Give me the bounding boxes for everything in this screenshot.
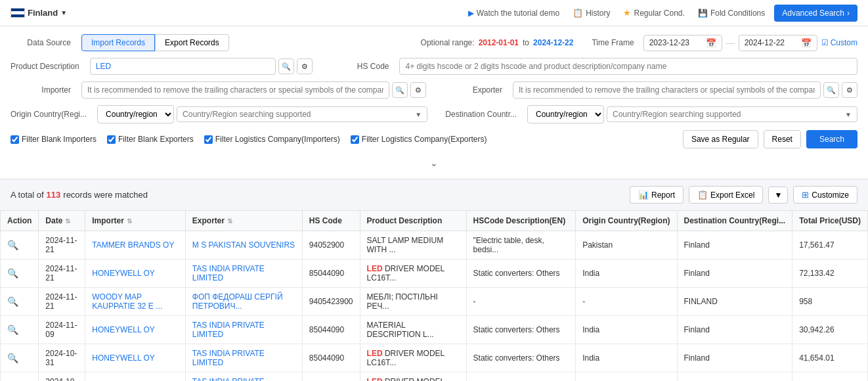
cell-total-price: 17,561.47 (792, 231, 868, 259)
product-desc-field: 🔍 ⚙ (90, 58, 313, 75)
regular-cond-link[interactable]: ★ Regular Cond. (619, 5, 688, 20)
row-search-icon[interactable]: 🔍 (7, 296, 18, 307)
custom-icon: ☑ (821, 38, 829, 47)
cell-total-price: 36,237.89 (792, 372, 868, 382)
datasource-label: Data Source (11, 38, 76, 47)
row-search-icon[interactable]: 🔍 (7, 268, 18, 279)
exporter-search-icon[interactable]: 🔍 (823, 82, 839, 98)
exporter-settings-icon[interactable]: ⚙ (842, 82, 857, 98)
cell-dest-country: Finland (677, 316, 792, 344)
import-records-button[interactable]: Import Records (81, 34, 155, 51)
history-icon: 📋 (573, 8, 583, 18)
calendar-icon: 📅 (706, 38, 716, 48)
fold-conditions-link[interactable]: 💾 Fold Conditions (694, 6, 769, 20)
importer-input[interactable] (81, 81, 389, 99)
timeframe-end-input[interactable]: 2024-12-22 📅 (739, 35, 817, 51)
cell-importer[interactable]: HONEYWELL OY (85, 259, 186, 288)
export-records-button[interactable]: Export Records (155, 34, 229, 51)
table-row: 🔍2024-10-28HONEYWELL OYTAS INDIA PRIVATE… (1, 372, 868, 382)
cell-importer[interactable]: HONEYWELL OY (85, 372, 186, 382)
col-date[interactable]: Date⇅ (39, 211, 85, 231)
cell-exporter[interactable]: TAS INDIA PRIVATE LIMITED (185, 259, 302, 288)
timeframe-label: Time Frame (592, 38, 639, 47)
date-sort-icon: ⇅ (65, 217, 70, 225)
origin-country-label: Origin Country(Regi... (11, 110, 92, 119)
cell-origin-country: India (576, 316, 677, 344)
topbar-right: ▶ Watch the tutorial demo 📋 History ★ Re… (464, 5, 857, 22)
importer-search-icon[interactable]: 🔍 (392, 82, 408, 98)
col-importer[interactable]: Importer⇅ (85, 211, 186, 231)
origin-country-select-wrap: Country/region ▼ (97, 105, 427, 123)
cell-hscode: 85044090 (302, 316, 360, 344)
product-desc-search-icon[interactable]: 🔍 (278, 58, 294, 74)
report-button[interactable]: 📊 Report (630, 186, 684, 204)
cell-importer[interactable]: WOODY MAP KAUPPATIE 32 E ... (85, 288, 186, 316)
dest-country-search-input[interactable] (613, 110, 845, 119)
row-search-icon[interactable]: 🔍 (7, 353, 18, 363)
timeframe-start-input[interactable]: 2023-12-23 📅 (643, 35, 722, 51)
importer-settings-icon[interactable]: ⚙ (410, 82, 426, 98)
origin-country-search-wrap: ▼ (177, 106, 427, 122)
dest-country-search-wrap: ▼ (607, 106, 857, 122)
filter-blank-importers-checkbox[interactable]: Filter Blank Importers (11, 135, 97, 144)
cell-exporter[interactable]: ФОП ФЕДОРАШ СЕРГІЙ ПЕТРОВИЧ... (185, 288, 302, 316)
save-regular-button[interactable]: Save as Regular (683, 130, 758, 148)
export-dropdown-button[interactable]: ▼ (768, 187, 788, 204)
dest-country-select-wrap: Country/region ▼ (527, 105, 857, 123)
col-hscode-desc: HSCode Description(EN) (466, 211, 576, 231)
filter-blank-exporters-checkbox[interactable]: Filter Blank Exporters (107, 135, 194, 144)
filter-logistics-exporters-checkbox[interactable]: Filter Logistics Company(Exporters) (351, 135, 487, 144)
cell-importer[interactable]: TAMMER BRANDS OY (85, 231, 186, 259)
collapse-button[interactable]: ⌄ (430, 158, 438, 168)
cell-action: 🔍 (1, 344, 39, 372)
advanced-search-button[interactable]: Advanced Search › (774, 5, 857, 22)
exporter-input[interactable] (513, 81, 821, 99)
country-selector[interactable]: + Finland ▼ (11, 8, 67, 18)
cell-product-desc: SALT LAMP MEDIUM WITH ... (360, 231, 466, 259)
row-search-icon[interactable]: 🔍 (7, 240, 18, 250)
custom-link[interactable]: ☑ Custom (821, 38, 857, 47)
customize-label: Customize (812, 190, 849, 200)
cell-importer[interactable]: HONEYWELL OY (85, 316, 186, 344)
advanced-search-label: Advanced Search (782, 9, 844, 18)
table-row: 🔍2024-11-21TAMMER BRANDS OYM S PAKISTAN … (1, 231, 868, 259)
importer-sort-icon: ⇅ (127, 217, 132, 225)
range-start-date: 2012-01-01 (479, 38, 519, 47)
dest-country-type-select[interactable]: Country/region (527, 105, 604, 123)
cell-date: 2024-10-31 (39, 344, 85, 372)
cell-hscode-desc: "Electric table, desk, bedsi... (466, 231, 576, 259)
origin-country-search-input[interactable] (183, 110, 415, 119)
filter-logistics-importers-checkbox[interactable]: Filter Logistics Company(Importers) (204, 135, 340, 144)
cell-origin-country: India (576, 372, 677, 382)
importer-field: 🔍 ⚙ (81, 81, 426, 99)
customize-button[interactable]: ⊞ Customize (793, 186, 857, 204)
cell-exporter[interactable]: M S PAKISTAN SOUVENIRS (185, 231, 302, 259)
cell-dest-country: Finland (677, 372, 792, 382)
col-exporter[interactable]: Exporter⇅ (185, 211, 302, 231)
cell-origin-country: - (576, 288, 677, 316)
cell-exporter[interactable]: TAS INDIA PRIVATE LIMITED (185, 372, 302, 382)
collapse-row: ⌄ (11, 155, 857, 171)
cell-hscode-desc: Static converters: Others (466, 316, 576, 344)
hs-code-input[interactable] (399, 58, 857, 75)
product-desc-input[interactable] (90, 58, 276, 75)
cell-importer[interactable]: HONEYWELL OY (85, 344, 186, 372)
reset-button[interactable]: Reset (764, 130, 801, 148)
exporter-field: 🔍 ⚙ (513, 81, 857, 99)
cell-hscode: 94052900 (302, 231, 360, 259)
history-link[interactable]: 📋 History (569, 5, 614, 20)
cell-exporter[interactable]: TAS INDIA PRIVATE LIMITED (185, 316, 302, 344)
product-desc-settings-icon[interactable]: ⚙ (297, 58, 313, 74)
row-search-icon[interactable]: 🔍 (7, 325, 18, 335)
cell-exporter[interactable]: TAS INDIA PRIVATE LIMITED (185, 344, 302, 372)
row-checkboxes-actions: Filter Blank Importers Filter Blank Expo… (11, 130, 857, 148)
tutorial-link[interactable]: ▶ Watch the tutorial demo (464, 6, 563, 20)
cell-date: 2024-10-28 (39, 372, 85, 382)
search-button[interactable]: Search (806, 130, 857, 148)
origin-country-type-select[interactable]: Country/region (97, 105, 174, 123)
dest-country-dropdown-icon: ▼ (845, 111, 852, 118)
history-label: History (586, 9, 610, 18)
export-excel-button[interactable]: 📋 Export Excel (689, 186, 763, 204)
table-row: 🔍2024-11-09HONEYWELL OYTAS INDIA PRIVATE… (1, 316, 868, 344)
results-suffix: records were matched (63, 190, 148, 200)
